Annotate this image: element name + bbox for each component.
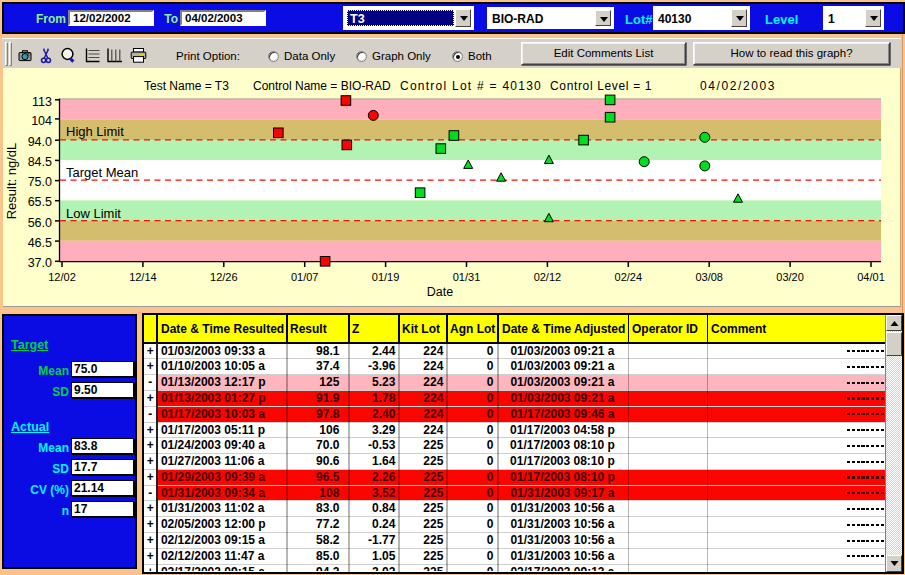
svg-text:104: 104 (31, 114, 52, 128)
svg-text:01/31: 01/31 (453, 271, 481, 283)
svg-text:12/26: 12/26 (210, 271, 238, 283)
svg-text:03/20: 03/20 (776, 271, 804, 283)
svg-text:84.5: 84.5 (28, 155, 52, 169)
svg-text:65.5: 65.5 (28, 195, 52, 209)
svg-text:Target Mean: Target Mean (66, 165, 138, 180)
svg-text:75.0: 75.0 (28, 175, 52, 189)
svg-text:Low Limit: Low Limit (66, 206, 121, 221)
svg-text:12/14: 12/14 (129, 271, 157, 283)
svg-text:113: 113 (32, 95, 52, 109)
svg-text:12/02: 12/02 (48, 271, 76, 283)
svg-text:94.0: 94.0 (28, 135, 52, 149)
svg-text:04/01: 04/01 (857, 271, 885, 283)
svg-text:03/08: 03/08 (695, 271, 723, 283)
svg-text:01/07: 01/07 (291, 271, 319, 283)
svg-text:High Limit: High Limit (66, 124, 124, 139)
svg-text:Date: Date (427, 285, 453, 299)
svg-text:56.0: 56.0 (28, 216, 52, 230)
svg-text:37.0: 37.0 (28, 256, 52, 270)
svg-text:02/12: 02/12 (534, 271, 562, 283)
svg-text:02/24: 02/24 (615, 271, 643, 283)
svg-text:Result: ng/dL: Result: ng/dL (4, 143, 19, 220)
svg-text:01/19: 01/19 (372, 271, 400, 283)
svg-text:46.5: 46.5 (28, 236, 52, 250)
